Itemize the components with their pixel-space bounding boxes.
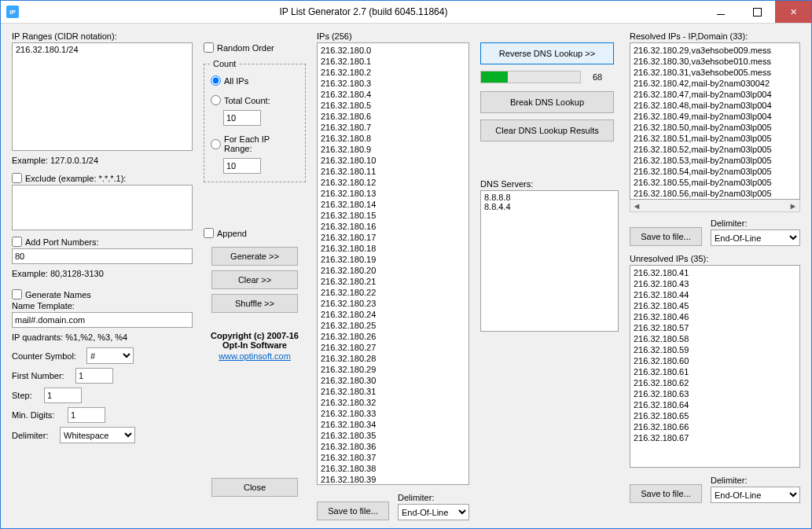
ips-label: IPs (256) xyxy=(317,31,469,41)
delimiter3-label: Delimiter: xyxy=(398,493,469,502)
step-label: Step: xyxy=(12,391,40,400)
scroll-right-icon[interactable]: ► xyxy=(787,200,799,211)
for-each-input[interactable] xyxy=(223,158,261,174)
app-window: IP IP List Generator 2.7 (build 6045.118… xyxy=(0,0,812,529)
for-each-label: For Each IP Range: xyxy=(224,134,299,153)
min-digits-label: Min. Digits: xyxy=(12,410,64,420)
resolved-delim-label: Delimiter: xyxy=(711,219,800,228)
name-template-input[interactable] xyxy=(12,312,193,328)
unresolved-label: Unresolved IPs (35): xyxy=(630,254,800,263)
delimiter1-label: Delimiter: xyxy=(12,431,56,440)
ips-listbox[interactable]: 216.32.180.0 216.32.180.1 216.32.180.2 2… xyxy=(317,42,469,485)
random-order-checkbox[interactable] xyxy=(204,42,214,53)
all-ips-radio[interactable] xyxy=(211,75,221,86)
close-window-button[interactable] xyxy=(775,1,811,23)
total-count-radio[interactable] xyxy=(211,95,221,105)
close-button[interactable]: Close xyxy=(211,478,298,497)
total-count-label: Total Count: xyxy=(224,96,270,105)
resolved-label: Resolved IPs - IP,Domain (33): xyxy=(630,31,800,41)
delimiter3-select[interactable]: End-Of-Line xyxy=(398,504,469,520)
copyright-line1: Copyright (c) 2007-16 xyxy=(204,331,306,340)
count-fieldset: Count All IPs Total Count: For Each IP R… xyxy=(204,59,306,182)
counter-symbol-select[interactable]: # xyxy=(86,347,134,364)
name-template-label: Name Template: xyxy=(12,301,193,310)
first-number-input[interactable] xyxy=(75,368,113,384)
addport-checkbox[interactable] xyxy=(12,237,22,247)
resolved-delim-select[interactable]: End-Of-Line xyxy=(711,230,800,246)
website-link[interactable]: www.optinsoft.com xyxy=(219,351,291,361)
delimiter1-select[interactable]: Whitespace xyxy=(60,427,135,443)
maximize-button[interactable] xyxy=(739,1,775,23)
dns-progress-text: 68 xyxy=(593,72,602,82)
dns-progress-fill xyxy=(481,72,508,83)
addport-input[interactable] xyxy=(12,248,193,264)
append-checkbox[interactable] xyxy=(204,228,214,238)
total-count-input[interactable] xyxy=(223,110,261,126)
save-resolved-button[interactable]: Save to file... xyxy=(630,227,702,246)
minimize-button[interactable] xyxy=(703,1,739,23)
titlebar: IP IP List Generator 2.7 (build 6045.118… xyxy=(1,1,811,24)
random-order-label: Random Order xyxy=(217,43,274,53)
generate-names-label: Generate Names xyxy=(25,290,91,299)
step-input[interactable] xyxy=(44,388,82,403)
unresolved-listbox[interactable]: 216.32.180.41 216.32.180.43 216.32.180.4… xyxy=(630,265,800,468)
resolved-listbox[interactable]: 216.32.180.29,va3ehsobe009.mess 216.32.1… xyxy=(630,42,800,200)
shuffle-button[interactable]: Shuffle >> xyxy=(211,294,298,313)
save-unresolved-button[interactable]: Save to file... xyxy=(630,484,702,503)
for-each-radio[interactable] xyxy=(211,139,221,149)
ip-quadrants-label: IP quadrants: %1,%2, %3, %4 xyxy=(12,332,193,342)
unresolved-delim-label: Delimiter: xyxy=(711,476,800,485)
resolved-hscrollbar[interactable]: ◄ ► xyxy=(630,200,800,212)
generate-button[interactable]: Generate >> xyxy=(211,247,298,266)
all-ips-label: All IPs xyxy=(224,76,248,86)
unresolved-delim-select[interactable]: End-Of-Line xyxy=(711,487,800,503)
first-number-label: First Number: xyxy=(12,371,72,380)
exclude-textarea[interactable] xyxy=(12,185,193,230)
break-dns-button[interactable]: Break DNS Lookup xyxy=(480,91,614,113)
dns-servers-label: DNS Servers: xyxy=(480,179,619,189)
window-title: IP List Generator 2.7 (build 6045.11864) xyxy=(24,6,703,17)
exclude-label: Exclude (example: *.*.*.1): xyxy=(25,174,126,183)
ip-ranges-label: IP Ranges (CIDR notation): xyxy=(12,31,193,41)
reverse-dns-button[interactable]: Reverse DNS Lookup >> xyxy=(480,42,614,64)
dns-progressbar xyxy=(480,71,581,83)
client-area: IP Ranges (CIDR notation): Example: 127.… xyxy=(1,24,811,528)
clear-dns-button[interactable]: Clear DNS Lookup Results xyxy=(480,119,614,141)
ip-ranges-example: Example: 127.0.0.1/24 xyxy=(12,156,193,165)
addport-example: Example: 80,3128-3130 xyxy=(12,269,193,278)
counter-symbol-label: Counter Symbol: xyxy=(12,351,83,361)
addport-label: Add Port Numbers: xyxy=(25,237,99,247)
app-icon: IP xyxy=(6,6,19,18)
append-label: Append xyxy=(217,229,247,238)
save-ips-button[interactable]: Save to file... xyxy=(317,501,389,520)
dns-servers-textarea[interactable] xyxy=(480,190,619,332)
copyright-line2: Opt-In Software xyxy=(204,340,306,350)
clear-button[interactable]: Clear >> xyxy=(211,270,298,289)
generate-names-checkbox[interactable] xyxy=(12,289,22,299)
min-digits-input[interactable] xyxy=(68,407,105,423)
scroll-left-icon[interactable]: ◄ xyxy=(630,200,643,211)
ip-ranges-textarea[interactable] xyxy=(12,42,193,151)
exclude-checkbox[interactable] xyxy=(12,173,22,183)
count-legend: Count xyxy=(211,59,238,68)
